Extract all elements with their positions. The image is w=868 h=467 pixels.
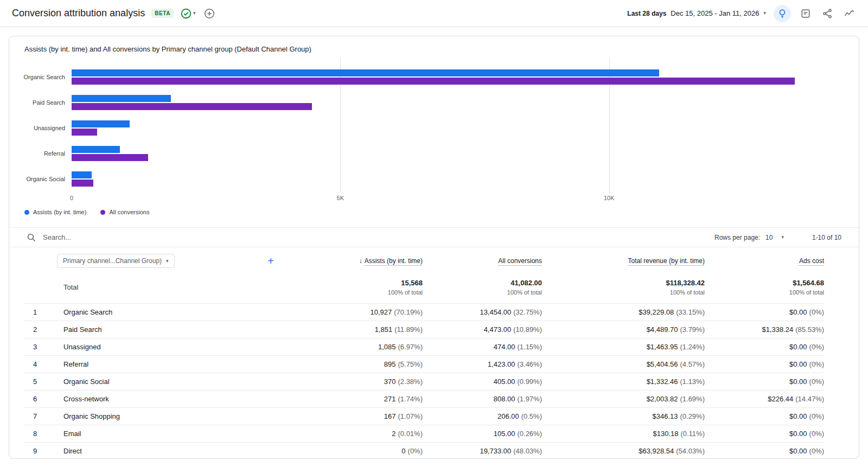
table-row[interactable]: 6 Cross-network 271(1.74%) 808.00(1.97%)… — [24, 390, 824, 407]
table-row[interactable]: 1 Organic Search 10,927(70.19%) 13,454.0… — [24, 303, 824, 321]
beta-badge: BETA — [151, 9, 174, 18]
metric-cell: $0.00(0%) — [789, 412, 824, 420]
date-preset-label: Last 28 days — [627, 10, 666, 17]
metric-cell: $5,404.56(4.57%) — [647, 360, 705, 368]
metric-cell: 808.00(1.97%) — [494, 395, 542, 403]
metric-cell: $346.13(0.29%) — [652, 412, 705, 420]
x-axis-tick-label: 10K — [604, 195, 615, 201]
table-row[interactable]: 9 Direct 0(0%) 19,733.00(48.03%) $63,928… — [24, 442, 824, 459]
chart-bar-group — [72, 140, 824, 166]
table-row[interactable]: 8 Email 2(0.01%) 105.00(0.26%) $130.18(0… — [24, 425, 824, 442]
metric-cell: 2(0.01%) — [392, 430, 423, 438]
add-column-button[interactable]: + — [267, 255, 287, 266]
chart-category-label: Paid Search — [24, 89, 72, 115]
bar-assists-by-int-time- — [72, 120, 130, 127]
lightbulb-icon — [777, 9, 787, 18]
row-index: 2 — [24, 325, 63, 334]
column-header-all-conversions[interactable]: All conversions — [498, 257, 542, 265]
bar-all-conversions — [72, 129, 97, 136]
report-status-dropdown[interactable]: ▾ — [180, 8, 196, 20]
search-icon — [27, 233, 36, 242]
notes-button[interactable] — [799, 7, 813, 21]
metric-cell: 370(2.38%) — [384, 378, 423, 386]
insights-trend-button[interactable] — [842, 7, 856, 21]
chevron-down-icon: ▾ — [193, 11, 196, 16]
metric-cell: 1,423.00(3.46%) — [488, 360, 542, 368]
sort-descending-icon: ↓ — [359, 257, 362, 265]
metric-cell: $0.00(0%) — [789, 343, 824, 351]
date-range-picker[interactable]: Last 28 days Dec 15, 2025 - Jan 11, 2026… — [627, 9, 766, 17]
chart-bar-group — [72, 89, 824, 115]
table-row[interactable]: 2 Paid Search 1,851(11.89%) 4,473.00(10.… — [24, 321, 824, 338]
bar-assists-by-int-time- — [72, 171, 92, 178]
dimension-selector[interactable]: Primary channel...Channel Group) ▾ — [57, 254, 175, 268]
total-all-conversions: 41,082.00 100% of total — [507, 279, 542, 296]
bar-all-conversions — [72, 154, 148, 161]
metric-cell: $0.00(0%) — [789, 360, 824, 368]
row-channel-name: Organic Search — [63, 308, 287, 316]
metric-cell: 13,454.00(32.75%) — [480, 308, 542, 316]
metric-cell: $0.00(0%) — [789, 447, 824, 455]
metric-cell: $226.44(14.47%) — [768, 395, 824, 403]
row-index: 7 — [24, 412, 63, 420]
metric-cell: $1,338.24(85.53%) — [762, 325, 824, 334]
row-channel-name: Paid Search — [63, 325, 287, 334]
total-label: Total — [63, 283, 287, 291]
chart-bar-group — [72, 64, 824, 89]
pagination-info: 1-10 of 10 — [812, 234, 841, 241]
bar-assists-by-int-time- — [72, 69, 659, 76]
bar-assists-by-int-time- — [72, 95, 171, 102]
rows-per-page-label: Rows per page: — [714, 234, 760, 241]
legend-label: Assists (by int. time) — [33, 209, 86, 215]
metric-cell: 19,733.00(48.03%) — [480, 447, 542, 455]
rows-per-page-select[interactable]: 10 ▾ — [765, 234, 784, 241]
metric-cell: $0.00(0%) — [789, 308, 824, 316]
chart-section: Assists (by int. time) and All conversio… — [9, 36, 859, 215]
bar-all-conversions — [72, 103, 312, 110]
bar-assists-by-int-time- — [72, 146, 120, 153]
row-index: 4 — [24, 360, 63, 368]
add-comparison-button[interactable] — [202, 7, 216, 21]
table-row[interactable]: 5 Organic Social 370(2.38%) 405.00(0.99%… — [24, 373, 824, 390]
chevron-down-icon: ▾ — [166, 259, 169, 264]
check-circle-icon — [180, 8, 192, 20]
column-header-ads-cost[interactable]: Ads cost — [799, 257, 824, 265]
chart-ticks: 05K10K — [72, 194, 824, 202]
column-header-total-revenue[interactable]: Total revenue (by int. time) — [628, 257, 705, 265]
share-icon — [822, 8, 833, 19]
table-total-row: Total 15,568 100% of total 41,082.00 100… — [24, 273, 824, 303]
table-row[interactable]: 3 Unassigned 1,085(6.97%) 474.00(1.15%) … — [24, 338, 824, 355]
legend-dot-icon — [100, 210, 105, 215]
metric-cell: 206.00(0.5%) — [497, 412, 542, 420]
metric-cell: 405.00(0.99%) — [494, 378, 542, 386]
table-row[interactable]: 7 Organic Shopping 167(1.07%) 206.00(0.5… — [24, 407, 824, 425]
legend-item: Assists (by int. time) — [24, 209, 86, 215]
row-channel-name: Referral — [63, 360, 287, 368]
metric-cell: 271(1.74%) — [384, 395, 423, 403]
legend-label: All conversions — [109, 209, 149, 215]
metric-cell: $63,928.54(54.03%) — [639, 447, 705, 455]
row-index: 8 — [24, 430, 63, 438]
dimension-selector-label: Primary channel...Channel Group) — [63, 257, 162, 265]
chart-bar-group — [72, 115, 824, 140]
metric-cell: $39,229.08(33.15%) — [639, 308, 705, 316]
row-channel-name: Unassigned — [63, 343, 287, 351]
x-axis-tick-label: 0 — [70, 195, 73, 201]
metric-cell: 167(1.07%) — [384, 412, 423, 420]
table-row[interactable]: 4 Referral 895(5.75%) 1,423.00(3.46%) $5… — [24, 355, 824, 373]
row-index: 3 — [24, 343, 63, 351]
insights-button[interactable] — [774, 5, 791, 22]
x-axis-tick-label: 5K — [337, 195, 344, 201]
column-header-assists[interactable]: ↓Assists (by int. time) — [359, 257, 423, 265]
chart-category-label: Organic Search — [24, 64, 72, 89]
metric-cell: 10,927(70.19%) — [370, 308, 423, 316]
metric-cell: 1,851(11.89%) — [375, 325, 423, 334]
metric-cell: 895(5.75%) — [384, 360, 423, 368]
table-toolbar: Rows per page: 10 ▾ 1-10 of 10 — [9, 227, 859, 247]
share-button[interactable] — [820, 7, 834, 21]
search-input[interactable] — [43, 233, 206, 241]
bar-all-conversions — [72, 78, 795, 85]
plus-circle-icon — [203, 8, 215, 20]
metric-cell: $130.18(0.11%) — [653, 430, 705, 438]
sparkline-icon — [844, 8, 854, 19]
